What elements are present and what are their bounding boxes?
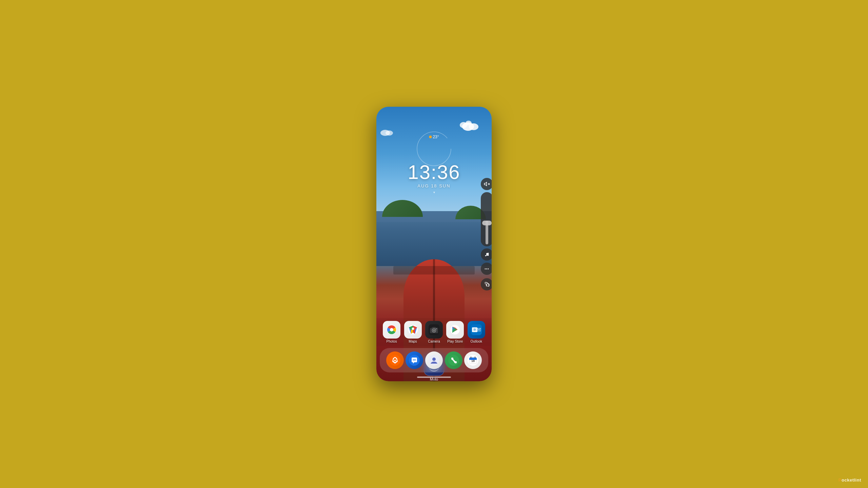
playstore-icon[interactable] [446,321,464,339]
maps-icon[interactable] [404,321,422,339]
svg-point-30 [414,360,415,361]
cast-button[interactable] [481,278,492,290]
svg-point-7 [488,255,489,256]
camera-icon[interactable] [425,321,443,339]
camera-label: Camera [428,340,440,343]
photos-app-item[interactable]: Photos [383,321,400,343]
outlook-icon[interactable]: O [468,321,485,339]
clock-date: AUG 18 SUN [417,183,450,188]
clock-widget-area: 23° 13:36 AUG 18 SUN ▾ [376,115,492,349]
home-indicator [376,374,492,381]
app-shelf: Photos [376,318,492,346]
brave-icon[interactable] [386,351,404,369]
svg-marker-3 [485,182,487,186]
playstore-label: Play Store [447,340,463,343]
outlook-label: Outlook [471,340,482,343]
svg-text:O: O [474,328,476,331]
home-bar [417,377,451,378]
pocketlint-logo: Pocketlint [839,477,861,483]
contacts-icon[interactable] [425,351,443,369]
svg-point-31 [415,360,416,361]
messages-icon[interactable] [406,351,423,369]
volume-panel: ••• [481,178,492,290]
pocketlint-p: P [839,477,842,483]
svg-point-17 [433,330,435,331]
playstore-app-item[interactable]: Play Store [446,321,464,343]
svg-point-29 [413,360,414,361]
app-row: Photos [380,321,488,343]
maps-app-item[interactable]: Maps [404,321,422,343]
svg-point-13 [412,328,414,330]
maps-label: Maps [409,340,417,343]
bottom-section: Photos [376,318,492,381]
volume-slider-track[interactable] [481,192,492,246]
svg-text:18: 18 [471,359,475,363]
status-bar [376,107,492,115]
clock-chevron: ▾ [433,190,435,194]
dock: 18 [380,348,488,372]
volume-slider-handle[interactable] [482,221,492,225]
outlook-app-item[interactable]: O Outlook [468,321,485,343]
camera-app-item[interactable]: Camera [425,321,443,343]
volume-music-button[interactable] [481,248,492,261]
weather-temp: 23° [429,135,439,139]
svg-point-33 [432,358,436,361]
svg-point-18 [436,328,437,329]
calendar-icon[interactable]: 18 [464,351,482,369]
sun-icon [429,136,432,138]
svg-point-11 [390,328,393,331]
photos-icon[interactable] [383,321,400,339]
volume-more-button[interactable]: ••• [481,263,492,275]
phone-icon[interactable] [445,351,462,369]
svg-point-6 [485,255,487,257]
photos-label: Photos [387,340,397,343]
phone-frame: 23° 13:36 AUG 18 SUN ▾ M Moto [376,107,492,381]
weather-circle: 23° [414,128,454,169]
mute-button[interactable] [481,178,492,190]
